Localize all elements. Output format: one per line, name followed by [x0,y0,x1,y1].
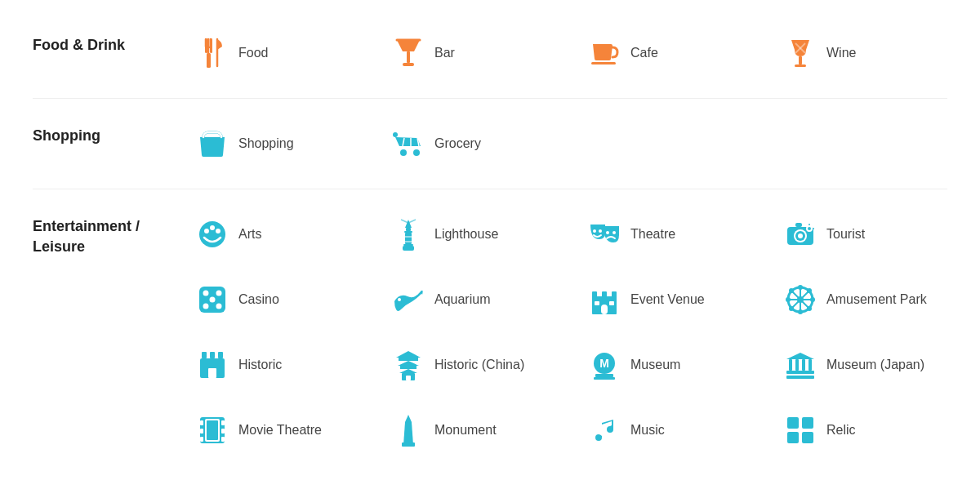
divider-2 [33,189,947,189]
grocery-label: Grocery [434,136,481,151]
cafe-label: Cafe [630,46,658,60]
svg-rect-78 [210,352,215,358]
svg-rect-34 [405,241,412,242]
section-shopping: Shopping Shopping [33,107,947,180]
svg-rect-95 [789,359,792,371]
svg-point-75 [807,306,812,311]
casino-icon [196,283,229,316]
list-item: Relic [784,406,980,455]
museum-label: Museum [630,358,680,372]
music-icon [588,414,621,447]
theatre-icon [588,218,621,251]
svg-marker-8 [397,40,420,51]
list-item: Casino [196,275,392,324]
list-item: Theatre [588,210,784,259]
svg-marker-110 [403,422,413,445]
wine-label: Wine [826,46,856,60]
section-label-food-drink: Food & Drink [33,29,196,56]
list-item: Tourist [784,210,980,259]
svg-rect-61 [595,301,599,305]
svg-point-25 [210,225,215,230]
svg-rect-45 [795,223,802,227]
svg-rect-114 [787,432,799,443]
bar-label: Bar [434,46,455,60]
arts-icon [196,218,229,251]
svg-rect-62 [609,301,614,305]
museum-icon: M [588,349,621,381]
shopping-grid: Shopping Grocery [196,119,980,168]
event-venue-label: Event Venue [630,292,705,307]
svg-marker-82 [396,351,421,358]
svg-rect-108 [207,420,218,440]
food-drink-grid: Food Bar Cafe [196,29,980,78]
theatre-label: Theatre [630,227,675,242]
svg-rect-83 [399,358,418,361]
svg-text:M: M [599,357,609,370]
list-item: Historic (China) [392,340,588,389]
list-item: Music [588,406,784,455]
svg-rect-31 [403,244,413,246]
svg-rect-112 [787,417,799,429]
list-item: Shopping [196,119,392,168]
svg-point-70 [810,297,815,302]
svg-rect-88 [406,376,411,380]
svg-rect-14 [795,64,806,67]
svg-rect-111 [402,442,415,447]
section-label-entertainment: Entertainment / Leisure [33,210,196,257]
event-venue-icon [588,283,621,316]
list-item: Grocery [392,119,588,168]
svg-point-71 [798,309,803,314]
svg-point-51 [216,291,222,296]
svg-rect-102 [200,429,203,434]
list-item: Bar [392,29,588,78]
svg-point-22 [413,149,420,156]
svg-point-38 [599,229,602,233]
list-item: Aquarium [392,275,588,324]
svg-point-76 [789,306,794,311]
svg-rect-96 [795,359,799,371]
list-item: Monument [392,406,588,455]
svg-line-35 [401,220,408,223]
svg-point-74 [807,288,812,293]
svg-rect-59 [612,291,617,298]
list-item: Food [196,29,392,78]
shopping-label: Shopping [238,136,294,151]
svg-rect-103 [200,437,203,442]
historic-label: Historic [238,358,282,372]
svg-rect-104 [221,420,225,425]
svg-rect-115 [802,432,813,443]
amusement-park-icon [784,283,817,316]
svg-rect-12 [591,62,616,64]
wine-icon [784,37,817,69]
svg-rect-32 [403,246,414,251]
amusement-park-label: Amusement Park [826,292,927,307]
svg-rect-57 [592,291,597,298]
svg-rect-98 [808,359,812,371]
lighthouse-label: Lighthouse [434,227,498,242]
svg-rect-77 [202,352,207,358]
svg-marker-99 [786,353,814,359]
aquarium-icon [392,283,425,316]
food-label: Food [238,46,268,60]
entertainment-grid: Arts Lighthouse [196,210,980,455]
list-item: Wine [784,29,980,78]
svg-point-26 [216,229,220,233]
svg-rect-113 [802,417,813,429]
relic-label: Relic [826,423,856,438]
svg-rect-94 [786,371,814,374]
svg-marker-86 [399,369,417,373]
svg-rect-92 [594,377,615,380]
svg-rect-81 [208,368,216,378]
svg-line-36 [408,220,416,223]
casino-label: Casino [238,292,279,307]
monument-label: Monument [434,423,497,438]
historic-china-icon [392,349,425,381]
svg-rect-101 [200,420,203,425]
list-item: Lighthouse [392,210,588,259]
svg-point-23 [199,221,225,247]
list-item: Movie Theatre [196,406,392,455]
svg-point-52 [203,304,209,309]
tourist-icon [784,218,817,251]
svg-point-21 [400,149,407,156]
tourist-label: Tourist [826,227,865,242]
